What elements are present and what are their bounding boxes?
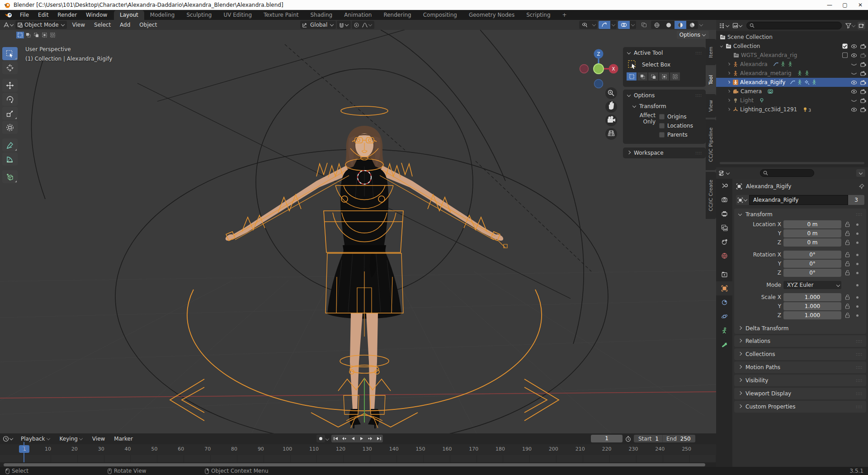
navigation-gizmo[interactable]: Z X (577, 45, 627, 158)
lock-open-icon[interactable] (845, 261, 850, 266)
tab-scene-properties[interactable] (716, 235, 732, 249)
play-button[interactable] (357, 435, 366, 442)
viewport-3d[interactable]: User Perspective (1) Collection | Alexan… (0, 30, 716, 433)
add-workspace-button[interactable]: + (557, 10, 573, 20)
timeline-scrollbar[interactable] (0, 462, 716, 467)
checkbox-checked-icon[interactable] (842, 43, 848, 49)
properties-options-dropdown[interactable] (856, 169, 865, 177)
lock-open-icon[interactable] (845, 294, 850, 300)
locations-checkbox-row[interactable]: Locations (659, 121, 693, 130)
location-z-field[interactable]: 0 m (783, 238, 841, 247)
options-panel-header[interactable]: Options:::: (623, 90, 706, 101)
scale-y-field[interactable]: 1.000 (783, 302, 841, 310)
transform-panel-header[interactable]: Transform:::: (734, 209, 866, 220)
mode-intersect[interactable] (670, 72, 680, 81)
xray-toggle[interactable] (638, 21, 650, 29)
tab-sculpting[interactable]: Sculpting (180, 10, 217, 20)
tool-measure[interactable] (2, 152, 18, 166)
rotation-z-field[interactable]: 0° (783, 269, 841, 277)
shading-dropdown[interactable] (698, 21, 704, 29)
disable-render-icon[interactable] (860, 80, 866, 85)
mode-invert[interactable] (659, 72, 669, 81)
tab-object-data-properties[interactable] (716, 323, 732, 337)
lock-open-icon[interactable] (845, 270, 850, 276)
editor-type-button[interactable] (2, 21, 15, 29)
select-mode-extend[interactable] (24, 32, 32, 38)
outliner-filter-button[interactable] (845, 23, 856, 28)
maximize-button[interactable]: ▢ (837, 0, 853, 10)
animate-dot[interactable] (856, 233, 859, 235)
select-mode-subtract[interactable] (33, 32, 40, 38)
parents-checkbox-row[interactable]: Parents (659, 130, 693, 139)
workspace-panel[interactable]: Workspace:::: (623, 147, 706, 158)
jump-next-keyframe-button[interactable] (366, 435, 374, 442)
orientation-selector[interactable]: Global (300, 21, 336, 29)
custom-properties-panel[interactable]: Custom Properties:::: (734, 401, 866, 413)
disable-render-icon[interactable] (860, 98, 866, 103)
disable-render-icon[interactable] (860, 53, 866, 58)
minimize-button[interactable]: — (822, 0, 837, 10)
eye-open-icon[interactable] (851, 107, 857, 112)
auto-keying-button[interactable] (316, 435, 325, 442)
visibility-panel[interactable]: Visibility:::: (734, 375, 866, 386)
mode-new[interactable] (627, 72, 637, 81)
rotation-mode-dropdown[interactable]: XYZ Euler (783, 281, 841, 289)
tab-modifier-properties[interactable] (716, 295, 732, 309)
outliner-row-alexandra-rigify[interactable]: Alexandra_Rigify (716, 78, 868, 87)
tool-cursor[interactable] (2, 61, 18, 74)
tab-layout[interactable]: Layout (114, 10, 144, 20)
mode-extend[interactable] (637, 72, 647, 81)
timeline-scrollbar-thumb[interactable] (4, 463, 705, 466)
expand-icon[interactable] (720, 45, 723, 48)
tab-shading[interactable]: Shading (304, 10, 338, 20)
disable-render-icon[interactable] (860, 89, 866, 94)
origins-checkbox-row[interactable]: Origins (659, 112, 693, 121)
menu-select[interactable]: Select (90, 20, 115, 30)
animate-dot[interactable] (856, 223, 859, 226)
tool-transform[interactable] (2, 121, 18, 134)
rotation-y-field[interactable]: 0° (783, 260, 841, 268)
location-y-field[interactable]: 0 m (783, 229, 841, 238)
lock-open-icon[interactable] (845, 222, 850, 227)
outliner-row-lighting[interactable]: Lighting_cc3iid_1291 3 (716, 105, 868, 114)
menu-edit[interactable]: Edit (33, 10, 53, 20)
new-collection-button[interactable] (858, 22, 865, 29)
snap-toggle[interactable] (337, 21, 351, 29)
sidebar-tab-tool[interactable]: Tool (706, 67, 716, 92)
hide-viewport-icon[interactable] (851, 53, 857, 58)
eye-open-icon[interactable] (851, 80, 857, 85)
tool-select-box[interactable] (2, 47, 18, 60)
checkbox-unchecked-icon[interactable] (842, 52, 848, 58)
zoom-button[interactable] (605, 87, 617, 99)
start-value[interactable]: 1 (655, 436, 659, 442)
animate-dot[interactable] (856, 305, 859, 308)
shading-solid-button[interactable] (663, 21, 675, 29)
outliner-search[interactable] (746, 22, 842, 29)
delta-transform-panel[interactable]: Delta Transform (734, 323, 866, 334)
play-reverse-button[interactable] (349, 435, 357, 442)
collections-panel[interactable]: Collections:::: (734, 348, 866, 360)
users-count-button[interactable]: 3 (848, 195, 864, 205)
perspective-toggle-button[interactable] (605, 128, 617, 140)
location-x-field[interactable]: 0 m (783, 220, 841, 228)
select-mode-invert[interactable] (41, 32, 48, 38)
outliner-row-alexandra-metarig[interactable]: Alexandra_metarig (716, 69, 868, 78)
tab-object-properties[interactable] (716, 281, 732, 295)
tab-physics-properties[interactable] (716, 309, 732, 323)
tab-compositing[interactable]: Compositing (417, 10, 463, 20)
transform-subpanel-header[interactable]: Transform (623, 101, 706, 111)
tab-render-properties[interactable] (716, 193, 732, 207)
tool-rotate[interactable] (2, 93, 18, 106)
animate-dot[interactable] (856, 314, 859, 317)
tab-bone-properties[interactable] (716, 337, 732, 352)
scale-x-field[interactable]: 1.000 (783, 293, 841, 301)
mode-selector[interactable]: Object Mode (15, 21, 67, 29)
eye-closed-icon[interactable] (851, 62, 857, 67)
active-tool-row[interactable]: Select Box (623, 59, 706, 71)
shading-wireframe-button[interactable] (651, 21, 663, 29)
motion-paths-panel[interactable]: Motion Paths:::: (734, 361, 866, 373)
animate-dot[interactable] (856, 242, 859, 244)
keying-menu[interactable]: Keying (55, 434, 88, 444)
tab-view-layer-properties[interactable] (716, 221, 732, 235)
show-object-types-toggle[interactable] (579, 21, 591, 29)
